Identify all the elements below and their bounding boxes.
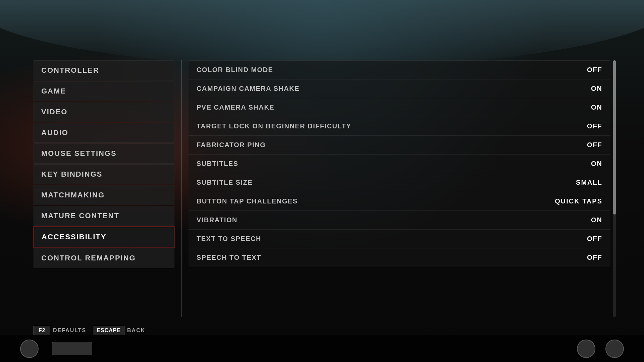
setting-row[interactable]: TEXT TO SPEECHOFF	[189, 230, 610, 248]
key-label: DEFAULTS	[53, 327, 86, 334]
setting-name: SUBTITLE SIZE	[197, 179, 253, 186]
setting-name: TEXT TO SPEECH	[197, 235, 261, 243]
sidebar-item-mouse-settings[interactable]: MOUSE SETTINGS	[34, 143, 174, 164]
setting-value[interactable]: ON	[591, 216, 602, 224]
setting-value[interactable]: ON	[591, 160, 602, 168]
setting-name: VIBRATION	[197, 216, 237, 224]
sidebar-item-accessibility[interactable]: ACCESSIBILITY	[34, 227, 174, 247]
setting-row[interactable]: SUBTITLE SIZESMALL	[189, 173, 610, 192]
hud-right	[577, 340, 624, 358]
setting-row[interactable]: VIBRATIONON	[189, 211, 610, 230]
setting-name: FABRICATOR PING	[197, 141, 266, 149]
bottom-hud	[0, 335, 644, 362]
sidebar-item-mature-content[interactable]: MATURE CONTENT	[34, 206, 174, 226]
sidebar-item-controller[interactable]: CONTROLLER	[34, 60, 174, 80]
key-hint: ESCAPEBACK	[93, 326, 145, 335]
setting-name: SPEECH TO TEXT	[197, 254, 261, 261]
setting-name: PVE CAMERA SHAKE	[197, 104, 274, 111]
setting-value[interactable]: OFF	[587, 66, 602, 74]
settings-list: COLOR BLIND MODEOFFCAMPAIGN CAMERA SHAKE…	[189, 60, 610, 317]
setting-value[interactable]: OFF	[587, 122, 602, 130]
setting-row[interactable]: TARGET LOCK ON BEGINNER DIFFICULTYOFF	[189, 117, 610, 136]
setting-value[interactable]: ON	[591, 85, 602, 93]
key-hints: F2DEFAULTSESCAPEBACK	[34, 326, 610, 335]
setting-name: TARGET LOCK ON BEGINNER DIFFICULTY	[197, 122, 351, 130]
sidebar-item-audio[interactable]: AUDIO	[34, 123, 174, 143]
hud-bar-1	[52, 342, 92, 355]
setting-row[interactable]: COLOR BLIND MODEOFF	[189, 60, 610, 79]
setting-value[interactable]: SMALL	[576, 179, 602, 186]
sidebar: CONTROLLERGAMEVIDEOAUDIOMOUSE SETTINGSKE…	[34, 60, 174, 317]
setting-value[interactable]: OFF	[587, 235, 602, 243]
hud-icon-1	[20, 340, 39, 358]
setting-row[interactable]: PVE CAMERA SHAKEON	[189, 98, 610, 117]
setting-row[interactable]: CAMPAIGN CAMERA SHAKEON	[189, 79, 610, 98]
main-layout: CONTROLLERGAMEVIDEOAUDIOMOUSE SETTINGSKE…	[34, 60, 610, 317]
hud-icon-3	[605, 340, 624, 358]
settings-panel: COLOR BLIND MODEOFFCAMPAIGN CAMERA SHAKE…	[189, 60, 610, 317]
setting-row[interactable]: BUTTON TAP CHALLENGESQUICK TAPS	[189, 192, 610, 211]
setting-name: SUBTITLES	[197, 160, 238, 168]
setting-row[interactable]: SPEECH TO TEXTOFF	[189, 248, 610, 267]
sidebar-item-key-bindings[interactable]: KEY BINDINGS	[34, 164, 174, 184]
setting-row[interactable]: FABRICATOR PINGOFF	[189, 136, 610, 155]
key-badge[interactable]: F2	[34, 326, 50, 335]
setting-value[interactable]: ON	[591, 104, 602, 111]
panel-divider	[181, 60, 182, 317]
sidebar-item-control-remapping[interactable]: CONTROL REMAPPING	[34, 248, 174, 268]
bottom-bar: F2DEFAULTSESCAPEBACK	[34, 322, 610, 335]
sidebar-item-game[interactable]: GAME	[34, 81, 174, 101]
sidebar-item-matchmaking[interactable]: MATCHMAKING	[34, 185, 174, 205]
scrollbar[interactable]	[613, 60, 616, 317]
hud-icon-2	[577, 340, 595, 358]
key-badge[interactable]: ESCAPE	[93, 326, 124, 335]
options-content: CONTROLLERGAMEVIDEOAUDIOMOUSE SETTINGSKE…	[34, 54, 610, 335]
setting-name: CAMPAIGN CAMERA SHAKE	[197, 85, 300, 93]
setting-name: BUTTON TAP CHALLENGES	[197, 197, 298, 205]
setting-value[interactable]: OFF	[587, 254, 602, 261]
setting-row[interactable]: SUBTITLESON	[189, 155, 610, 173]
key-label: BACK	[127, 327, 145, 334]
sidebar-item-video[interactable]: VIDEO	[34, 102, 174, 122]
setting-value[interactable]: OFF	[587, 141, 602, 149]
scrollbar-thumb[interactable]	[613, 60, 616, 215]
key-hint: F2DEFAULTS	[34, 326, 86, 335]
setting-name: COLOR BLIND MODE	[197, 66, 273, 74]
setting-value[interactable]: QUICK TAPS	[555, 197, 602, 205]
